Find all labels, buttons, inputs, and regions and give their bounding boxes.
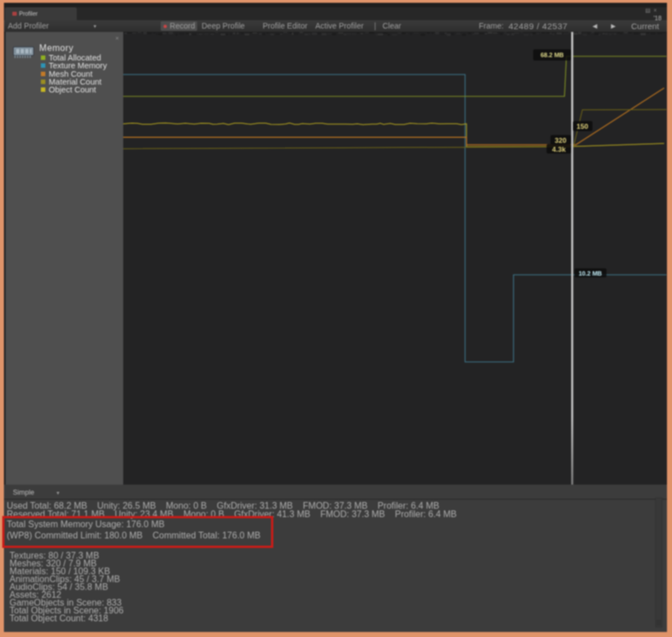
svg-text:10.2 MB: 10.2 MB: [578, 270, 602, 277]
svg-text:68.2 MB: 68.2 MB: [540, 52, 564, 58]
svg-text:320: 320: [555, 137, 567, 145]
svg-text:150: 150: [577, 123, 589, 131]
svg-text:4.3k: 4.3k: [552, 146, 566, 154]
